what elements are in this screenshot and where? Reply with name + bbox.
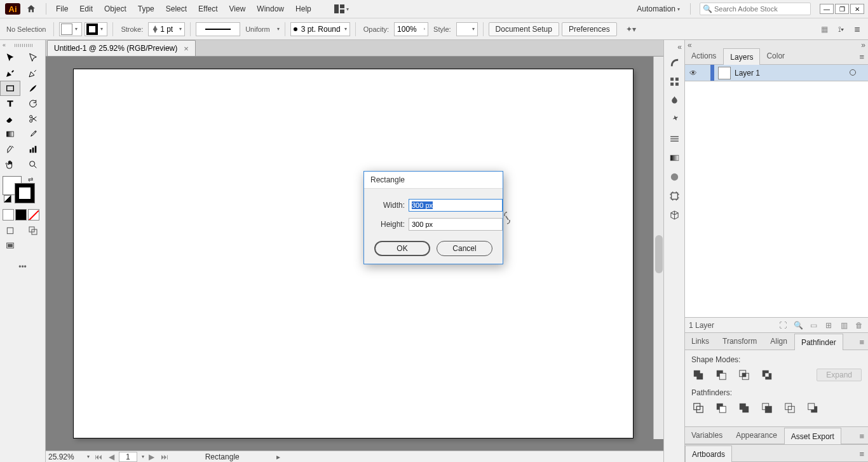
exclude-icon[interactable] <box>760 368 774 382</box>
draw-behind-icon[interactable] <box>23 223 43 238</box>
draw-normal-icon[interactable] <box>0 223 20 238</box>
width-input[interactable] <box>409 199 503 212</box>
selection-tool[interactable] <box>0 50 20 65</box>
new-sublayer-icon[interactable]: ⊞ <box>824 321 834 330</box>
close-button[interactable]: ✕ <box>850 4 864 14</box>
layer-name-label[interactable]: Layer 1 <box>735 69 846 78</box>
expand-panels-icon[interactable]: » <box>861 41 865 47</box>
crop-icon[interactable] <box>760 401 774 415</box>
minus-front-icon[interactable] <box>714 368 728 382</box>
tab-appearance[interactable]: Appearance <box>729 427 784 444</box>
panel-menu-icon[interactable]: ≡ <box>859 431 864 441</box>
menu-type[interactable]: Type <box>132 0 160 18</box>
stroke-swatch[interactable]: ▾ <box>85 22 107 36</box>
target-icon[interactable] <box>846 69 859 78</box>
outline-icon[interactable] <box>783 401 797 415</box>
default-fill-stroke-icon[interactable] <box>4 195 11 203</box>
close-tab-icon[interactable]: × <box>184 44 189 53</box>
color-mode-none[interactable] <box>28 209 39 221</box>
vertical-scrollbar[interactable] <box>653 57 663 439</box>
eyedropper-tool[interactable] <box>23 126 43 142</box>
tab-variables[interactable]: Variables <box>685 427 729 444</box>
gradient-tool[interactable] <box>0 126 20 142</box>
brush-preview[interactable] <box>196 22 240 36</box>
rectangle-tool[interactable] <box>0 81 20 96</box>
dock-3d-icon[interactable] <box>666 207 682 223</box>
color-mode-gradient[interactable] <box>15 209 27 221</box>
locate-object-icon[interactable]: ⛶ <box>778 321 788 330</box>
tab-actions[interactable]: Actions <box>685 48 723 64</box>
constrain-proportions-icon[interactable] <box>503 210 512 226</box>
tab-asset-export[interactable]: Asset Export <box>784 428 841 444</box>
dock-stroke-icon[interactable] <box>666 130 682 147</box>
pen-tool[interactable] <box>0 65 20 81</box>
last-artboard-icon[interactable]: ⏭ <box>159 452 170 461</box>
graphic-style-input[interactable]: ▾ <box>456 22 478 36</box>
panel-menu-icon[interactable]: ≡ <box>859 449 864 459</box>
panel-menu-icon[interactable]: ≡ <box>859 52 864 62</box>
rotate-tool[interactable] <box>23 96 43 111</box>
height-input[interactable] <box>409 218 503 231</box>
dock-artboards-icon[interactable] <box>666 187 682 204</box>
tab-align[interactable]: Align <box>764 333 794 350</box>
symbol-sprayer-tool[interactable] <box>0 142 20 157</box>
trim-icon[interactable] <box>714 401 728 415</box>
hand-tool[interactable] <box>0 157 20 172</box>
tab-pathfinder[interactable]: Pathfinder <box>794 334 843 350</box>
document-setup-button[interactable]: Document Setup <box>489 22 559 36</box>
restore-button[interactable]: ❐ <box>835 4 849 14</box>
menu-view[interactable]: View <box>224 0 252 18</box>
transform-controls-icon[interactable]: ✦▾ <box>626 25 636 34</box>
search-stock-field[interactable]: 🔍 <box>700 3 811 15</box>
prev-artboard-icon[interactable]: ◀ <box>106 452 116 461</box>
tab-transform[interactable]: Transform <box>716 333 764 350</box>
stroke-color-swatch[interactable] <box>15 184 34 203</box>
fill-stroke-swatch[interactable]: ⇄ <box>3 176 34 203</box>
next-artboard-icon[interactable]: ▶ <box>147 452 157 461</box>
collapse-panels-icon[interactable]: « <box>688 41 692 47</box>
dock-grid-icon[interactable] <box>666 73 682 90</box>
panel-menu-icon[interactable]: ≡ <box>859 337 864 347</box>
menu-file[interactable]: File <box>50 0 74 18</box>
tab-links[interactable]: Links <box>685 333 716 350</box>
arrange-documents-icon[interactable]: ▾ <box>329 0 355 18</box>
column-graph-tool[interactable] <box>23 142 43 157</box>
opacity-input[interactable]: 100%› <box>394 22 428 36</box>
delete-layer-icon[interactable]: 🗑 <box>854 321 864 330</box>
eraser-tool[interactable] <box>0 111 20 126</box>
screen-mode-icon[interactable] <box>0 238 20 254</box>
edit-toolbar-icon[interactable]: ••• <box>0 262 45 271</box>
first-artboard-icon[interactable]: ⏮ <box>93 452 104 461</box>
preferences-button[interactable]: Preferences <box>562 22 617 36</box>
tab-color[interactable]: Color <box>760 48 792 64</box>
collapse-strip-icon[interactable]: « <box>677 43 682 51</box>
status-dropdown-icon[interactable]: ▸ <box>276 452 280 461</box>
menu-window[interactable]: Window <box>251 0 290 18</box>
paintbrush-tool[interactable] <box>23 81 43 96</box>
type-tool[interactable] <box>0 96 20 111</box>
divide-icon[interactable] <box>691 401 705 415</box>
home-icon[interactable] <box>25 3 37 15</box>
swap-fill-stroke-icon[interactable]: ⇄ <box>28 176 33 183</box>
transform-icon[interactable]: ⟟▾ <box>838 25 844 34</box>
color-mode-solid[interactable] <box>3 209 14 221</box>
merge-icon[interactable] <box>737 401 751 415</box>
fill-swatch[interactable]: ▾ <box>59 22 82 36</box>
canvas-viewport[interactable] <box>46 57 663 451</box>
workspace-switcher[interactable]: Automation▾ <box>630 0 686 18</box>
tab-layers[interactable]: Layers <box>723 48 760 65</box>
dock-symbols-icon[interactable] <box>666 111 682 128</box>
zoom-tool[interactable] <box>23 157 43 172</box>
menu-select[interactable]: Select <box>160 0 193 18</box>
cancel-button[interactable]: Cancel <box>437 241 492 256</box>
scissors-tool[interactable] <box>23 111 43 126</box>
collapse-toolbox-icon[interactable]: « <box>3 42 6 48</box>
menu-help[interactable]: Help <box>290 0 317 18</box>
visibility-toggle-icon[interactable]: 👁 <box>685 69 702 78</box>
ok-button[interactable]: OK <box>374 241 430 256</box>
dock-transparency-icon[interactable] <box>666 168 682 185</box>
intersect-icon[interactable] <box>737 368 751 382</box>
minus-back-icon[interactable] <box>806 401 820 415</box>
tab-artboards[interactable]: Artboards <box>685 445 732 462</box>
dock-gradient-icon[interactable] <box>666 149 682 166</box>
